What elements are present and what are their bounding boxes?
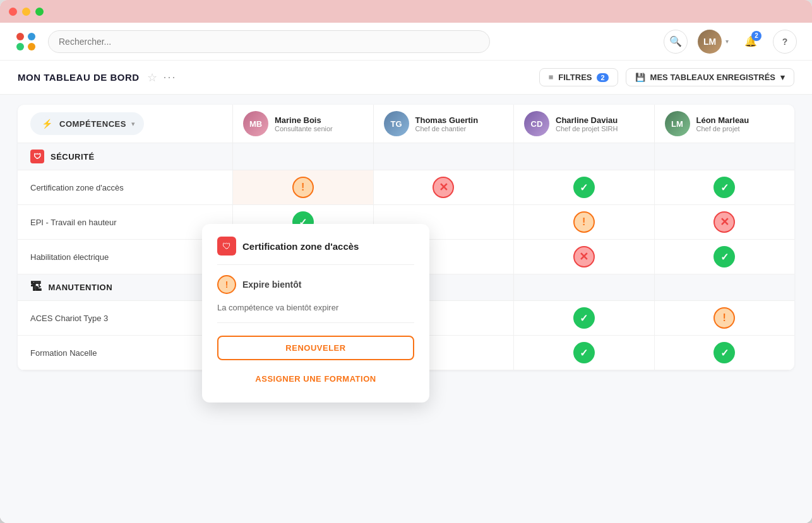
shield-section-icon: 🛡 — [30, 150, 44, 163]
column-headers: ⚡ COMPÉTENCES ▾ MB Marine Bois Consultan… — [18, 105, 794, 143]
notification-button[interactable]: 🔔 2 — [739, 30, 763, 54]
user-avatar: LM — [698, 30, 722, 54]
popup-skill-title: Certification zone d'accès — [242, 241, 359, 252]
skill-cell-cert-0[interactable]: ! — [232, 170, 373, 204]
skill-cell-hab-3[interactable]: ✓ — [654, 240, 795, 274]
person-avatar-1: TG — [384, 111, 409, 136]
popup-shield-icon: 🛡 — [217, 237, 236, 256]
skill-cell-nac-3[interactable]: ✓ — [654, 336, 795, 370]
competence-col-header: ⚡ COMPÉTENCES ▾ — [18, 105, 232, 143]
help-button[interactable]: ? — [773, 30, 797, 54]
competence-dropdown[interactable]: ⚡ COMPÉTENCES ▾ — [30, 112, 144, 135]
popup-warn-icon: ! — [217, 275, 236, 294]
skill-cell-cert-2[interactable]: ✓ — [513, 170, 654, 204]
logo-dot-blue — [28, 33, 35, 40]
status-warn-icon: ! — [573, 211, 595, 233]
status-check-icon: ✓ — [573, 307, 595, 329]
search-input[interactable] — [48, 30, 490, 53]
section-row-securite: 🛡 SÉCURITÉ — [18, 143, 794, 170]
favorite-button[interactable]: ☆ — [147, 71, 157, 85]
section-cell-2 — [513, 143, 654, 170]
forklift-icon: 🏗 — [30, 281, 42, 294]
user-avatar-wrapper[interactable]: LM ▾ — [698, 30, 729, 54]
user-chevron-icon: ▾ — [725, 38, 729, 45]
person-info-3: Léon Marleau Chef de projet — [696, 115, 749, 132]
section-cell-3 — [654, 143, 795, 170]
status-check-icon: ✓ — [573, 342, 595, 363]
titlebar — [0, 0, 812, 23]
skill-cell-aces-2[interactable]: ✓ — [513, 301, 654, 335]
logo-dot-red — [16, 33, 24, 40]
person-role-3: Chef de projet — [696, 125, 749, 132]
skill-row-certification[interactable]: Certification zone d'accès ! ✕ ✓ ✓ — [18, 170, 794, 205]
main-content: ⚡ COMPÉTENCES ▾ MB Marine Bois Consultan… — [0, 95, 812, 523]
notification-badge: 2 — [751, 31, 761, 41]
person-card-0: MB Marine Bois Consultante senior — [232, 105, 373, 143]
status-check-icon: ✓ — [713, 342, 735, 363]
top-nav: 🔍 LM ▾ 🔔 2 ? — [0, 23, 812, 61]
search-button[interactable]: 🔍 — [664, 30, 688, 54]
person-name-0: Marine Bois — [275, 115, 333, 125]
person-name-2: Charline Daviau — [556, 115, 618, 125]
saved-tables-button[interactable]: 💾 MES TABLEAUX ENREGISTRÉS ▾ — [626, 68, 794, 86]
nav-right: 🔍 LM ▾ 🔔 2 ? — [664, 30, 797, 54]
filter-count-badge: 2 — [597, 73, 608, 82]
saved-icon: 💾 — [635, 73, 645, 82]
minimize-btn[interactable] — [22, 8, 30, 16]
logo-dot-green — [16, 43, 24, 50]
logo — [15, 30, 38, 53]
skill-name-epi: EPI - Travail en hauteur — [18, 205, 232, 239]
popup-status-label: Expire bientôt — [242, 279, 301, 290]
saved-label: MES TABLEAUX ENREGISTRÉS — [650, 73, 775, 82]
assigner-formation-button[interactable]: ASSIGNER UNE FORMATION — [217, 368, 414, 390]
person-avatar-0: MB — [243, 111, 268, 136]
person-role-2: Chef de projet SIRH — [556, 125, 618, 132]
person-card-3: LM Léon Marleau Chef de projet — [654, 105, 795, 143]
maximize-btn[interactable] — [35, 8, 44, 16]
logo-dot-yellow — [28, 43, 35, 50]
popup-title-row: 🛡 Certification zone d'accès — [217, 237, 414, 265]
skill-cell-epi-3[interactable]: ✕ — [654, 205, 795, 239]
section-title-manutention: MANUTENTION — [49, 283, 113, 292]
competence-chevron-icon: ▾ — [131, 120, 135, 128]
more-options-button[interactable]: ··· — [164, 71, 177, 84]
section-label-securite: 🛡 SÉCURITÉ — [18, 143, 232, 170]
status-check-icon: ✓ — [713, 177, 735, 198]
person-name-1: Thomas Guertin — [415, 115, 479, 125]
section-cell-man-2 — [513, 274, 654, 300]
skill-cell-aces-3[interactable]: ! — [654, 301, 795, 335]
status-warn-icon: ! — [292, 177, 314, 198]
skill-cell-nac-2[interactable]: ✓ — [513, 336, 654, 370]
person-info-1: Thomas Guertin Chef de chantier — [415, 115, 479, 132]
competence-dropdown-label: COMPÉTENCES — [59, 119, 126, 129]
person-card-2: CD Charline Daviau Chef de projet SIRH — [513, 105, 654, 143]
app-window: 🔍 LM ▾ 🔔 2 ? MON TABLEAU DE BORD ☆ ··· ≡ — [0, 0, 812, 523]
section-title-securite: SÉCURITÉ — [51, 152, 95, 162]
header-bar: MON TABLEAU DE BORD ☆ ··· ≡ FILTRES 2 💾 … — [0, 61, 812, 95]
renouveler-button[interactable]: RENOUVELER — [217, 336, 414, 360]
popup-status-row: ! Expire bientôt — [217, 275, 414, 294]
skill-cell-epi-2[interactable]: ! — [513, 205, 654, 239]
saved-chevron-icon: ▾ — [780, 73, 785, 82]
skill-name-certification: Certification zone d'accès — [18, 170, 232, 204]
section-label-manutention: 🏗 MANUTENTION — [18, 274, 232, 300]
skill-cell-hab-2[interactable]: ✕ — [513, 240, 654, 274]
popup-card: 🛡 Certification zone d'accès ! Expire bi… — [202, 224, 429, 403]
skill-cell-cert-3[interactable]: ✓ — [654, 170, 795, 204]
person-role-0: Consultante senior — [275, 125, 333, 132]
person-avatar-2: CD — [524, 111, 549, 136]
section-cell-man-3 — [654, 274, 795, 300]
close-btn[interactable] — [9, 8, 17, 16]
section-cell-1 — [373, 143, 514, 170]
lightning-icon: ⚡ — [39, 116, 54, 131]
filter-button[interactable]: ≡ FILTRES 2 — [539, 68, 618, 86]
person-name-3: Léon Marleau — [696, 115, 749, 125]
status-x-icon: ✕ — [713, 211, 735, 233]
skill-cell-cert-1[interactable]: ✕ — [373, 170, 514, 204]
status-warn-icon: ! — [713, 307, 735, 329]
person-info-0: Marine Bois Consultante senior — [275, 115, 333, 132]
status-x-icon: ✕ — [573, 246, 595, 267]
person-card-1: TG Thomas Guertin Chef de chantier — [373, 105, 514, 143]
header-actions: ≡ FILTRES 2 💾 MES TABLEAUX ENREGISTRÉS ▾ — [539, 68, 794, 86]
person-avatar-3: LM — [665, 111, 690, 136]
